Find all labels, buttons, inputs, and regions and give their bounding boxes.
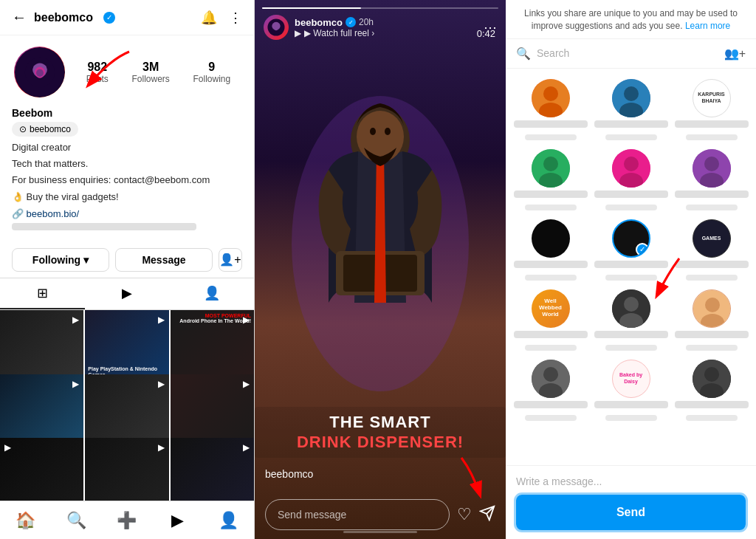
contact-name-bar [675,331,749,338]
contact-item[interactable] [519,79,582,140]
contact-avatar-8-selected: ✓ [612,219,650,258]
avatar-person-icon [612,149,650,188]
contact-item-selected[interactable]: ✓ [599,219,662,281]
share-footer: Send [506,465,756,539]
nav-create[interactable]: ➕ [102,511,153,530]
story-username-bottom: beebomco [265,468,313,480]
message-label: Message [142,254,185,266]
reel-icon-6: ▶ [243,379,250,389]
well-webbed-text: WellWebbedWorld [532,289,570,328]
watch-reel-link[interactable]: ▶ ▶ Watch full reel › [295,28,374,38]
add-people-icon[interactable]: 👥+ [724,47,746,61]
avatar-person-icon [532,149,570,188]
back-button[interactable]: ← [12,9,27,26]
avatar-person-icon [612,289,650,328]
contact-item[interactable]: WellWebbedWorld [519,289,582,351]
svg-point-31 [705,298,720,312]
bio-line2: Tech that matters. [12,157,242,171]
grid-item[interactable]: ▶ [85,438,168,501]
following-button[interactable]: Following ▾ [12,248,109,272]
contact-item[interactable] [599,149,662,210]
contact-item[interactable] [599,289,662,351]
contact-item[interactable] [519,219,582,281]
verified-badge-header: ✓ [103,12,115,24]
contact-item[interactable]: KARPURISBHAIYA [680,79,743,140]
profile-handle-badge[interactable]: ⊙ beebomco [12,122,78,137]
contact-name-bar [514,401,588,408]
contact-avatar-4 [532,149,570,188]
svg-point-22 [624,157,639,171]
message-button[interactable]: Message [115,248,213,272]
following-label: Following [193,74,230,84]
posts-label: Posts [86,74,109,84]
reel-icon-2: ▶ [158,315,165,325]
grid-item[interactable]: ▶ [171,438,254,501]
add-person-button[interactable]: 👤+ [219,248,242,272]
nav-profile[interactable]: 👤 [203,511,254,530]
svg-point-37 [704,367,719,382]
contact-name-bar [594,261,668,268]
stat-following[interactable]: 9 Following [193,61,230,84]
contact-avatar-10: WellWebbedWorld [532,289,570,328]
bio-line4: 👌 Buy the viral gadgets! [12,190,242,204]
more-options-icon[interactable]: ⋮ [229,10,242,26]
story-avatar[interactable] [264,15,289,40]
contact-name-bar [594,190,668,198]
nav-reels[interactable]: ▶ [152,511,203,530]
contact-sub-bar [686,415,738,421]
share-icon[interactable] [479,505,495,525]
learn-more-link[interactable]: Learn more [685,21,730,31]
story-message-input[interactable] [265,499,450,530]
share-message-input[interactable] [516,476,746,487]
contact-sub-bar [525,415,577,421]
avatar[interactable] [12,44,67,100]
tab-grid[interactable]: ⊞ [0,278,85,309]
like-icon[interactable]: ♡ [457,505,472,524]
profile-username-header: beebomco [34,11,93,24]
followers-count: 3M [142,61,159,74]
nav-home[interactable]: 🏠 [0,511,51,530]
contact-sub-bar [525,134,577,140]
send-button[interactable]: Send [516,495,746,530]
contact-avatar-2 [612,79,650,117]
story-progress-bar [262,7,498,9]
bottom-nav: 🏠 🔍 ➕ ▶ 👤 [0,501,254,539]
contact-item[interactable]: Baked byDaisy [599,360,662,421]
contact-sub-bar [605,275,657,281]
contact-item[interactable] [599,79,662,140]
reel-icon-7: ▶ [4,442,11,453]
profile-header: ← beebomco ✓ 🔔 ⋮ [0,0,254,35]
contact-item[interactable] [680,289,743,351]
reels-icon: ▶ [122,285,132,301]
chevron-down-icon: ▾ [83,254,89,266]
contact-avatar-12 [693,289,731,328]
story-content: THE SMART DRINK DISPENSER! [255,0,506,539]
contact-avatar-15 [693,360,731,398]
contact-item[interactable]: GAMES [680,219,743,281]
stat-posts[interactable]: 982 Posts [86,61,109,84]
contact-row-4: WellWebbedWorld [506,285,756,355]
profile-name: Beebom [12,107,242,119]
contact-item[interactable] [519,149,582,210]
tab-tagged[interactable]: 👤 [169,278,254,309]
profile-link[interactable]: 🔗 beebom.bio/ [12,208,79,219]
bio-line1: Digital creator [12,141,242,154]
contact-name-bar [514,190,588,198]
contact-item[interactable] [519,360,582,421]
grid-item[interactable]: ▶ [0,438,83,501]
contact-sub-bar [525,275,577,281]
contact-name-bar [514,120,588,128]
contact-item[interactable] [680,149,743,210]
avatar-person-icon [693,360,731,398]
contact-sub-bar [605,415,657,421]
contact-item[interactable] [680,360,743,421]
nav-search[interactable]: 🔍 [51,511,102,530]
beebom-logo-icon [24,57,55,88]
stat-followers[interactable]: 3M Followers [131,61,169,84]
profile-header-left: ← beebomco ✓ [12,9,115,26]
contact-avatar-9: GAMES [693,219,731,258]
notification-bell-icon[interactable]: 🔔 [201,10,217,26]
share-search-input[interactable] [537,47,718,59]
add-person-icon: 👤+ [219,253,241,267]
tab-reels[interactable]: ▶ [85,278,170,309]
